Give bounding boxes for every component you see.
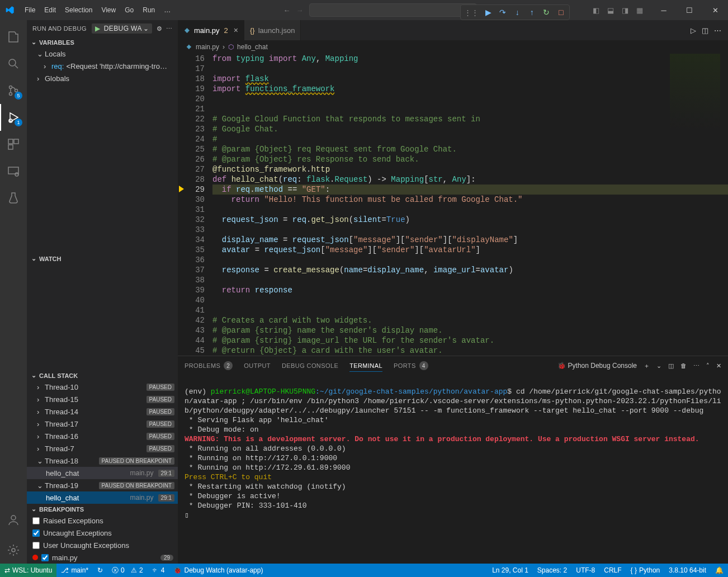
menu-edit[interactable]: Edit [40,0,60,20]
branch-indicator[interactable]: ⎇main* [56,564,93,577]
remote-indicator[interactable]: ⇄WSL: Ubuntu [0,564,56,577]
menu-run[interactable]: Run [138,0,159,20]
thread-Thread-19[interactable]: ⌄Thread-19PAUSED ON BREAKPOINT [27,479,178,491]
globals-scope[interactable]: ›Globals [27,72,178,84]
nav-forward-icon[interactable]: → [296,6,304,15]
run-file-icon[interactable]: ▷ [691,26,696,35]
run-debug-icon[interactable]: 1 [0,104,27,131]
terminal-content[interactable]: (env) pierrick@LAPTOP-HKU5PNNG:~/git/goo… [178,375,728,564]
thread-Thread-15[interactable]: ›Thread-15PAUSED [27,393,178,405]
close-panel-icon[interactable]: ✕ [716,362,721,370]
kill-terminal-icon[interactable]: 🗑 [680,362,687,369]
minimap[interactable] [670,54,720,149]
breakpoint-raised-exceptions[interactable]: Raised Exceptions [27,514,178,527]
layout-sidebar-right-icon[interactable]: ◨ [620,4,631,17]
frame-hello_chat[interactable]: hello_chatmain.py29:1 [27,491,178,504]
menu-go[interactable]: Go [120,0,138,20]
maximize-panel-icon[interactable]: ˄ [706,362,710,370]
more-terminal-icon[interactable]: ⋯ [693,362,699,370]
watch-section[interactable]: ⌄WATCH [27,253,178,264]
tab-output[interactable]: OUTPUT [244,360,271,371]
tab-ports[interactable]: PORTS4 [394,359,428,372]
step-over-button[interactable]: ↷ [498,7,508,17]
menu-view[interactable]: View [97,0,120,20]
settings-gear-icon[interactable] [0,537,27,564]
accounts-icon[interactable] [0,507,27,533]
thread-Thread-17[interactable]: ›Thread-17PAUSED [27,418,178,430]
breakpoint-checkbox[interactable] [32,542,40,549]
breakpoint-user-uncaught-exceptions[interactable]: User Uncaught Exceptions [27,539,178,551]
layout-customize-icon[interactable]: ▦ [634,4,645,17]
split-editor-icon[interactable]: ◫ [702,26,708,35]
frame-hello_chat[interactable]: hello_chatmain.py29:1 [27,467,178,479]
breakpoint-uncaught-exceptions[interactable]: Uncaught Exceptions [27,527,178,539]
python-interpreter[interactable]: 3.8.10 64-bit [664,566,711,574]
code-editor[interactable]: 1617181920212223242526272829303132333435… [178,54,728,356]
tab-main.py[interactable]: ⯁main.py2× [178,20,244,40]
locals-scope[interactable]: ⌄Locals [27,48,178,60]
more-icon[interactable]: ⋯ [166,25,172,32]
split-terminal-icon[interactable]: ◫ [668,362,674,370]
close-tab-icon[interactable]: × [234,26,238,35]
chevron-down-icon[interactable]: ⌄ [656,362,661,370]
breakpoint-checkbox[interactable] [32,529,40,537]
thread-Thread-10[interactable]: ›Thread-10PAUSED [27,381,178,393]
command-center[interactable]: itu] [309,3,477,17]
testing-icon[interactable] [0,185,27,211]
tab-terminal[interactable]: TERMINAL [349,360,382,372]
callstack-section[interactable]: ⌄CALL STACK [27,370,178,381]
minimize-button[interactable]: ─ [651,0,677,20]
source-control-icon[interactable]: 5 [0,77,27,104]
start-debug-icon[interactable]: ▶ [95,25,100,32]
drag-handle-icon[interactable]: ⋮⋮ [464,8,479,17]
step-out-button[interactable]: ↑ [527,7,537,17]
language-mode[interactable]: { }Python [626,566,665,574]
breakpoint-main.py[interactable]: main.py29 [27,551,178,564]
restart-button[interactable]: ↻ [541,7,551,17]
breakpoint-checkbox[interactable] [32,517,40,524]
nav-back-icon[interactable]: ← [283,6,291,15]
continue-button[interactable]: ▶ [483,7,493,17]
extensions-icon[interactable] [0,131,27,158]
cursor-position[interactable]: Ln 29, Col 1 [488,566,533,574]
debug-status[interactable]: 🐞Debug Watch (avatar-app) [169,564,267,577]
thread-Thread-18[interactable]: ⌄Thread-18PAUSED ON BREAKPOINT [27,455,178,467]
thread-Thread-7[interactable]: ›Thread-7PAUSED [27,442,178,455]
debug-settings-gear-icon[interactable]: ⚙ [157,25,162,32]
variable-req[interactable]: ›req:<Request 'http://charming-tro… [27,60,178,72]
tab-problems[interactable]: PROBLEMS2 [185,359,233,372]
indentation[interactable]: Spaces: 2 [533,566,571,574]
tab-debug-console[interactable]: DEBUG CONSOLE [282,360,338,371]
debug-config-dropdown[interactable]: ▶ Debug Wa ⌄ [92,23,152,34]
breakpoints-section[interactable]: ⌄BREAKPOINTS [27,504,178,514]
sync-button[interactable]: ↻ [93,564,107,577]
step-into-button[interactable]: ↓ [512,7,522,17]
explorer-icon[interactable] [0,23,27,50]
ports-indicator[interactable]: ᯤ4 [148,564,169,577]
menu-selection[interactable]: Selection [60,0,97,20]
new-terminal-icon[interactable]: ＋ [644,362,650,370]
more-editor-icon[interactable]: ⋯ [714,26,721,35]
tab-launch.json[interactable]: {}launch.json [244,20,301,40]
problems-indicator[interactable]: ⓧ0 ⚠2 [107,564,148,577]
menu-…[interactable]: … [159,0,175,20]
search-icon[interactable] [0,50,27,77]
breakpoint-checkbox[interactable] [41,554,49,561]
close-window-button[interactable]: ✕ [702,0,728,20]
maximize-button[interactable]: ☐ [677,0,702,20]
braces-icon: { } [631,566,637,574]
remote-explorer-icon[interactable] [0,158,27,185]
menu-file[interactable]: File [20,0,40,20]
svg-point-2 [10,93,12,96]
layout-sidebar-left-icon[interactable]: ◧ [590,4,602,17]
layout-panel-icon[interactable]: ⬓ [605,4,616,17]
variables-section[interactable]: ⌄VARIABLES [27,37,178,48]
breadcrumb[interactable]: ⯁ main.py › ⬡ hello_chat [178,40,728,54]
thread-Thread-14[interactable]: ›Thread-14PAUSED [27,405,178,418]
eol[interactable]: CRLF [599,566,626,574]
terminal-profile-dropdown[interactable]: 🐞Python Debug Console [557,362,637,370]
thread-Thread-16[interactable]: ›Thread-16PAUSED [27,430,178,442]
notifications-icon[interactable]: 🔔 [711,566,728,574]
stop-button[interactable]: □ [556,7,566,17]
encoding[interactable]: UTF-8 [571,566,599,574]
